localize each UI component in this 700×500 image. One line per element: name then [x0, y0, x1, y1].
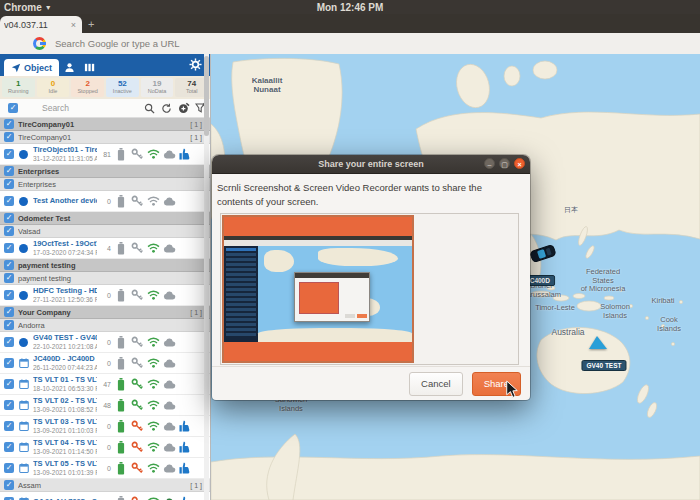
object-list: ✓TireCompany01[ 1 ]✓TireCompany01[ 1 ]✓T…	[0, 118, 210, 500]
cancel-button[interactable]: Cancel	[409, 372, 463, 396]
vessel-marker[interactable]	[589, 336, 607, 349]
list-item[interactable]: ✓JC400D - JC400D26-11-2020 07:44:23 AM0	[0, 353, 210, 374]
row-checkbox[interactable]: ✓	[4, 290, 14, 300]
browser-tab[interactable]: v04.037.11 ×	[0, 16, 82, 33]
sidebar-scrollbar[interactable]	[204, 54, 209, 500]
new-tab-button[interactable]: +	[88, 18, 94, 30]
list-item[interactable]: ✓TS VLT 05 - TS VLT 0513-09-2021 01:01:3…	[0, 458, 210, 479]
row-checkbox[interactable]: ✓	[4, 480, 14, 490]
cloud-icon	[161, 443, 177, 452]
row-checkbox[interactable]: ✓	[4, 166, 14, 176]
battery-icon	[113, 420, 129, 433]
select-all-checkbox[interactable]: ✓	[8, 103, 18, 113]
list-item[interactable]: ✓19OctTest - 19OctTest17-03-2020 07:24:3…	[0, 238, 210, 259]
list-item[interactable]: ✓HDFC Testing - HDFC Test...27-11-2021 1…	[0, 285, 210, 306]
subgroup-header[interactable]: ✓Assam[ 1 ]	[0, 479, 210, 492]
row-checkbox[interactable]: ✓	[4, 260, 14, 270]
minimize-button[interactable]: –	[484, 158, 495, 169]
subgroup-header[interactable]: ✓Valsad	[0, 225, 210, 238]
row-checkbox[interactable]: ✓	[4, 273, 14, 283]
counter-idle[interactable]: 0Idle	[37, 78, 70, 97]
settings-gear-icon[interactable]	[188, 57, 202, 71]
driver-person-icon[interactable]	[62, 60, 76, 74]
counter-stopped[interactable]: 2Stopped	[71, 78, 104, 97]
row-checkbox[interactable]: ✓	[4, 400, 14, 410]
system-clock[interactable]: Mon 12:46 PM	[0, 2, 700, 13]
vehicle-name[interactable]: JC400D - JC400D	[33, 355, 97, 364]
list-item[interactable]: ✓TS VLT 04 - TS VLT 0413-09-2021 01:14:5…	[0, 437, 210, 458]
row-checkbox[interactable]: ✓	[4, 132, 14, 142]
list-item[interactable]: ✓TS VLT 02 - TS VLT 0213-09-2021 01:08:5…	[0, 395, 210, 416]
tab-close-icon[interactable]: ×	[69, 20, 78, 30]
maximize-button[interactable]: ▢	[499, 158, 510, 169]
cloud-icon	[161, 401, 177, 410]
group-label: Enterprises	[18, 180, 202, 189]
url-omnibox[interactable]: Search Google or type a URL	[55, 38, 180, 49]
vehicle-name[interactable]: TS VLT 02 - TS VLT 02	[33, 397, 97, 406]
subgroup-header[interactable]: ✓payment testing	[0, 272, 210, 285]
group-header[interactable]: ✓Your Company[ 1 ]	[0, 306, 210, 319]
screen-preview-thumbnail[interactable]	[222, 215, 414, 363]
search-icon[interactable]	[142, 102, 157, 115]
subgroup-header[interactable]: ✓Andorra	[0, 319, 210, 332]
wifi-icon	[145, 337, 161, 347]
row-checkbox[interactable]: ✓	[4, 358, 14, 368]
row-checkbox[interactable]: ✓	[4, 213, 14, 223]
vehicle-name[interactable]: TS VLT 01 - TS VLT 01	[33, 376, 97, 385]
refresh-icon[interactable]	[159, 102, 174, 115]
row-checkbox[interactable]: ✓	[4, 379, 14, 389]
list-item[interactable]: ✓TS VLT 01 - TS VLT 0118-10-2021 06:53:3…	[0, 374, 210, 395]
row-checkbox[interactable]: ✓	[4, 196, 14, 206]
vehicle-calendar-icon	[17, 379, 30, 389]
vehicle-name[interactable]: TS VLT 05 - TS VLT 05	[33, 460, 97, 469]
group-label: Your Company	[18, 308, 190, 317]
group-header[interactable]: ✓payment testing	[0, 259, 210, 272]
row-checkbox[interactable]: ✓	[4, 119, 14, 129]
list-item[interactable]: ✓TireObject01 - TireObject...31-12-2021 …	[0, 144, 210, 165]
key-icon	[129, 148, 145, 160]
row-checkbox[interactable]: ✓	[4, 337, 14, 347]
row-checkbox[interactable]: ✓	[4, 463, 14, 473]
dialog-message: Scrnli Screenshot & Screen Video Recorde…	[212, 174, 530, 209]
list-item[interactable]: ✓GV40 TEST - GV40 TEST22-10-2021 10:21:0…	[0, 332, 210, 353]
row-checkbox[interactable]: ✓	[4, 421, 14, 431]
map-marker-badge[interactable]: GV40 TEST	[581, 360, 626, 371]
vehicle-name[interactable]: GV40 TEST - GV40 TEST	[33, 334, 97, 343]
row-checkbox[interactable]: ✓	[4, 243, 14, 253]
group-grid-icon[interactable]	[82, 60, 96, 74]
tab-object[interactable]: Object	[4, 59, 59, 76]
subgroup-header[interactable]: ✓TireCompany01[ 1 ]	[0, 131, 210, 144]
group-header[interactable]: ✓TireCompany01[ 1 ]	[0, 118, 210, 131]
share-screen-dialog: Share your entire screen – ▢ × Scrnli Sc…	[212, 155, 530, 400]
subgroup-header[interactable]: ✓Enterprises	[0, 178, 210, 191]
row-checkbox[interactable]: ✓	[4, 320, 14, 330]
counter-nodata[interactable]: 19NoData	[141, 78, 174, 97]
add-object-icon[interactable]	[176, 102, 191, 115]
row-checkbox[interactable]: ✓	[4, 307, 14, 317]
list-item[interactable]: ✓TS VLT 03 - TS VLT 0313-09-2021 01:10:0…	[0, 416, 210, 437]
counter-running[interactable]: 1Running	[2, 78, 35, 97]
group-header[interactable]: ✓Odometer Test	[0, 212, 210, 225]
vehicle-name[interactable]: TS VLT 03 - TS VLT 03	[33, 418, 97, 427]
dialog-footer: Cancel Share	[212, 366, 530, 400]
vehicle-name[interactable]: TS VLT 04 - TS VLT 04	[33, 439, 97, 448]
row-checkbox[interactable]: ✓	[4, 179, 14, 189]
list-item[interactable]: ✓Test Another device alloc...0	[0, 191, 210, 212]
counter-inactive[interactable]: 52Inactive	[106, 78, 139, 97]
key-icon	[129, 496, 145, 500]
row-checkbox[interactable]: ✓	[4, 226, 14, 236]
vehicle-name[interactable]: Test Another device alloc...	[33, 197, 97, 206]
row-checkbox[interactable]: ✓	[4, 442, 14, 452]
list-item[interactable]: ✓GJ 21 AH 7625 - Offline - C...0	[0, 492, 210, 500]
vehicle-name[interactable]: 19OctTest - 19OctTest	[33, 240, 97, 249]
group-header[interactable]: ✓Enterprises	[0, 165, 210, 178]
thumb-icon	[177, 496, 193, 500]
map-place-label: CookIslands	[657, 316, 681, 333]
close-button[interactable]: ×	[514, 158, 525, 169]
vehicle-name[interactable]: TireObject01 - TireObject...	[33, 146, 97, 155]
row-checkbox[interactable]: ✓	[4, 149, 14, 159]
search-input[interactable]: Search	[42, 103, 142, 113]
dialog-titlebar[interactable]: Share your entire screen – ▢ ×	[212, 155, 530, 174]
vehicle-name[interactable]: HDFC Testing - HDFC Test...	[33, 287, 97, 296]
vehicle-count: 0	[97, 423, 111, 430]
